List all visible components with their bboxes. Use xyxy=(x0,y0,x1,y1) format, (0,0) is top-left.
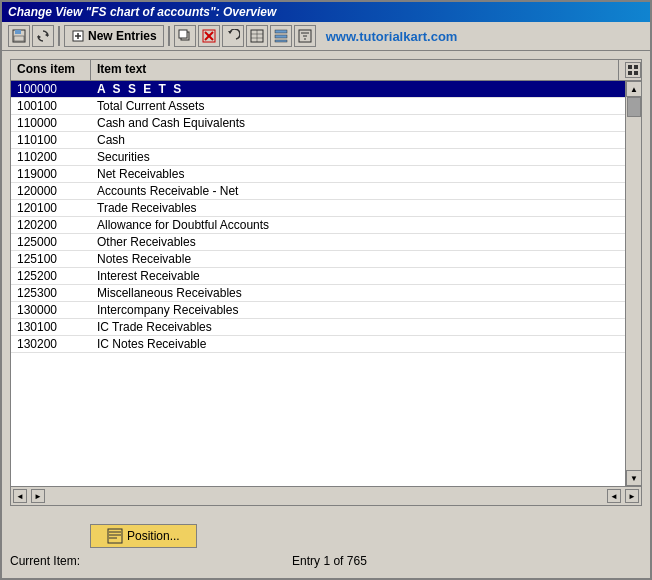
svg-marker-13 xyxy=(228,31,232,34)
cons-item-cell: 125100 xyxy=(11,251,91,267)
watermark-text: www.tutorialkart.com xyxy=(326,29,458,44)
table-row[interactable]: 125200Interest Receivable xyxy=(11,268,625,285)
table-row[interactable]: 100000A S S E T S xyxy=(11,81,625,98)
copy-icon[interactable] xyxy=(174,25,196,47)
table-row[interactable]: 125300Miscellaneous Receivables xyxy=(11,285,625,302)
table-header: Cons item Item text xyxy=(11,60,641,81)
item-text-cell: Total Current Assets xyxy=(91,98,625,114)
refresh-icon[interactable] xyxy=(32,25,54,47)
svg-rect-20 xyxy=(275,40,287,42)
table-row[interactable]: 125000Other Receivables xyxy=(11,234,625,251)
item-text-cell: Accounts Receivable - Net xyxy=(91,183,625,199)
cons-item-cell: 125200 xyxy=(11,268,91,284)
separator-2 xyxy=(168,26,170,46)
svg-marker-3 xyxy=(45,33,48,37)
table-row[interactable]: 130000Intercompany Receivables xyxy=(11,302,625,319)
svg-rect-29 xyxy=(108,529,122,543)
bottom-area: Position... Current Item: Entry 1 of 765 xyxy=(2,514,650,578)
scroll-up-btn[interactable]: ▲ xyxy=(626,81,641,97)
scroll-left-btn[interactable]: ◄ xyxy=(13,489,27,503)
window-title: Change View "FS chart of accounts": Over… xyxy=(8,5,276,19)
cons-item-cell: 130100 xyxy=(11,319,91,335)
scroll-right-btn[interactable]: ◄ xyxy=(607,489,621,503)
item-text-cell: Miscellaneous Receivables xyxy=(91,285,625,301)
item-text-cell: Other Receivables xyxy=(91,234,625,250)
toolbar: New Entries xyxy=(2,22,650,51)
item-text-cell: IC Trade Receivables xyxy=(91,319,625,335)
delete-icon[interactable] xyxy=(198,25,220,47)
entry-num: 1 xyxy=(323,554,330,568)
table-row[interactable]: 130100IC Trade Receivables xyxy=(11,319,625,336)
svg-rect-9 xyxy=(179,30,187,38)
item-text-cell: Notes Receivable xyxy=(91,251,625,267)
table-row[interactable]: 120000Accounts Receivable - Net xyxy=(11,183,625,200)
cons-item-cell: 130200 xyxy=(11,336,91,352)
cons-item-cell: 110000 xyxy=(11,115,91,131)
cons-item-cell: 110200 xyxy=(11,149,91,165)
entry-of: of xyxy=(333,554,343,568)
svg-rect-18 xyxy=(275,30,287,33)
position-icon xyxy=(107,528,123,544)
item-text-cell: Interest Receivable xyxy=(91,268,625,284)
table-row[interactable]: 110000Cash and Cash Equivalents xyxy=(11,115,625,132)
entry-total: 765 xyxy=(347,554,367,568)
cons-item-cell: 120000 xyxy=(11,183,91,199)
item-text-cell: Allowance for Doubtful Accounts xyxy=(91,217,625,233)
item-text-cell: Cash and Cash Equivalents xyxy=(91,115,625,131)
item-text-cell: Net Receivables xyxy=(91,166,625,182)
cons-item-cell: 120100 xyxy=(11,200,91,216)
table-row[interactable]: 120200Allowance for Doubtful Accounts xyxy=(11,217,625,234)
entry-info: Entry 1 of 765 xyxy=(292,554,367,568)
item-text-cell: IC Notes Receivable xyxy=(91,336,625,352)
undo-icon[interactable] xyxy=(222,25,244,47)
scroll-down-btn[interactable]: ▼ xyxy=(626,470,641,486)
item-text-cell: Cash xyxy=(91,132,625,148)
new-entries-icon xyxy=(71,29,85,43)
svg-rect-27 xyxy=(628,71,632,75)
cons-item-cell: 119000 xyxy=(11,166,91,182)
title-bar: Change View "FS chart of accounts": Over… xyxy=(2,2,650,22)
scroll-right-small-btn[interactable]: ► xyxy=(31,489,45,503)
scroll-far-right-btn[interactable]: ► xyxy=(625,489,639,503)
table-row[interactable]: 110100Cash xyxy=(11,132,625,149)
table-row[interactable]: 119000Net Receivables xyxy=(11,166,625,183)
settings-icon[interactable] xyxy=(270,25,292,47)
vertical-scrollbar[interactable]: ▲ ▼ xyxy=(625,81,641,486)
h-scroll-track xyxy=(49,490,603,502)
table-body: 100000A S S E T S100100Total Current Ass… xyxy=(11,81,641,486)
table-row[interactable]: 130200IC Notes Receivable xyxy=(11,336,625,353)
cons-item-cell: 110100 xyxy=(11,132,91,148)
entry-label: Entry xyxy=(292,554,320,568)
separator-1 xyxy=(58,26,60,46)
table-row[interactable]: 125100Notes Receivable xyxy=(11,251,625,268)
main-content: Cons item Item text 100000A S S E T S100… xyxy=(2,51,650,514)
position-button[interactable]: Position... xyxy=(90,524,197,548)
svg-rect-25 xyxy=(628,65,632,69)
filter-icon[interactable] xyxy=(294,25,316,47)
col-icon-header xyxy=(619,60,641,80)
svg-rect-26 xyxy=(634,65,638,69)
svg-marker-4 xyxy=(38,35,41,39)
new-entries-button[interactable]: New Entries xyxy=(64,25,164,47)
svg-rect-28 xyxy=(634,71,638,75)
current-item-row: Current Item: Entry 1 of 765 xyxy=(10,554,642,568)
save-icon[interactable] xyxy=(8,25,30,47)
table-icon[interactable] xyxy=(246,25,268,47)
data-table: Cons item Item text 100000A S S E T S100… xyxy=(10,59,642,506)
new-entries-label: New Entries xyxy=(88,29,157,43)
col-item-header: Item text xyxy=(91,60,619,80)
table-row[interactable]: 110200Securities xyxy=(11,149,625,166)
item-text-cell: Securities xyxy=(91,149,625,165)
cons-item-cell: 125000 xyxy=(11,234,91,250)
cons-item-cell: 125300 xyxy=(11,285,91,301)
svg-rect-2 xyxy=(14,36,24,41)
cons-item-cell: 130000 xyxy=(11,302,91,318)
scroll-thumb[interactable] xyxy=(627,97,641,117)
cons-item-cell: 120200 xyxy=(11,217,91,233)
table-row[interactable]: 100100Total Current Assets xyxy=(11,98,625,115)
table-row[interactable]: 120100Trade Receivables xyxy=(11,200,625,217)
table-footer: ◄ ► ◄ ► xyxy=(11,486,641,505)
cons-item-cell: 100000 xyxy=(11,81,91,97)
col-cons-header: Cons item xyxy=(11,60,91,80)
svg-rect-19 xyxy=(275,35,287,38)
